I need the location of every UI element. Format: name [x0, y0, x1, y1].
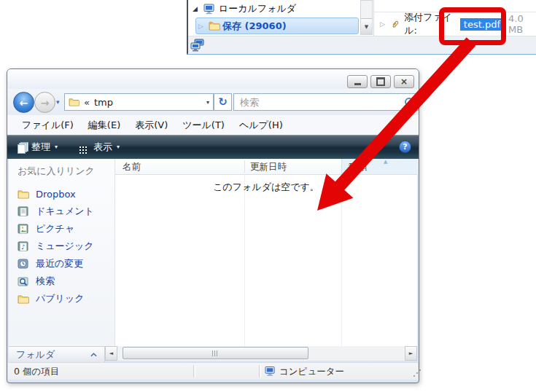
sidebar-item-label: パブリック: [36, 292, 85, 305]
history-dropdown-icon[interactable]: ▾: [56, 98, 60, 106]
horizontal-scrollbar[interactable]: ◄ ►: [105, 346, 417, 361]
file-list-body[interactable]: このフォルダは空です。: [115, 175, 417, 346]
restore-button[interactable]: [370, 75, 391, 88]
column-separator[interactable]: [244, 160, 245, 173]
sort-ascending-icon: ▲: [384, 159, 387, 165]
chevron-up-icon: [90, 353, 97, 357]
column-gridline: [244, 175, 245, 346]
address-dropdown-icon[interactable]: ▾: [206, 99, 209, 106]
search-input[interactable]: [238, 96, 405, 109]
annotation-highlight-box: [439, 7, 506, 45]
forward-arrow-icon: →: [41, 97, 50, 109]
sidebar-item-label: 最近の変更: [36, 257, 83, 270]
views-button[interactable]: 表示 ▾: [74, 138, 124, 156]
network-computers-icon: [190, 39, 205, 52]
organize-dropdown-icon: ▾: [55, 144, 58, 150]
music-icon: ♪: [18, 241, 29, 252]
sidebar-item-pictures[interactable]: ピクチャ: [9, 220, 115, 238]
column-header-name[interactable]: 名前: [123, 161, 141, 173]
music-note-glyph: ♪: [21, 243, 26, 251]
item-count: 0 個の項目: [14, 366, 59, 378]
organize-label: 整理: [31, 141, 50, 154]
navigation-pane: お気に入りリンク Dropbox: [9, 159, 115, 346]
empty-folder-message: このフォルダは空です。: [115, 181, 417, 194]
sidebar-item-label: ミュージック: [36, 240, 94, 253]
minimize-button[interactable]: [347, 75, 368, 88]
scroll-down-button[interactable]: ▼: [361, 18, 372, 34]
sidebar-item-public[interactable]: パブリック: [9, 290, 115, 307]
menu-edit[interactable]: 編集(E): [82, 119, 126, 132]
column-header-date-modified[interactable]: 更新日時: [250, 161, 287, 173]
menu-bar: ファイル(F) 編集(E) 表示(V) ツール(T) ヘルプ(H): [7, 115, 419, 135]
file-list: 名前 更新日時 種類 ▲ このフォルダは空です。: [115, 159, 417, 346]
sidebar-item-documents[interactable]: ドキュメント: [9, 203, 115, 220]
scroll-right-button[interactable]: ►: [405, 346, 417, 361]
screenshot-canvas: ◢ ローカルフォルダ ▷ 保存 (29060) ▼: [0, 0, 536, 392]
folder-icon: [69, 98, 79, 106]
sidebar-item-label: 検索: [36, 275, 55, 288]
paperclip-icon: [391, 19, 400, 30]
menu-help[interactable]: ヘルプ(H): [233, 119, 289, 132]
computer-icon: [265, 366, 276, 377]
folder-icon: [18, 294, 29, 304]
title-bar[interactable]: ×: [7, 69, 419, 89]
tree-expanded-icon[interactable]: ◢: [193, 5, 200, 12]
sidebar-item-dropbox[interactable]: Dropbox: [9, 185, 115, 203]
tree-item-saved-selected[interactable]: ▷ 保存 (29060): [195, 17, 359, 34]
views-icon: [79, 146, 81, 148]
favorite-links-header: お気に入りリンク: [18, 165, 95, 178]
search-folder-icon: [18, 276, 29, 287]
scroll-left-icon: ◄: [109, 350, 113, 356]
scrollbar-thumb[interactable]: [123, 347, 308, 359]
tree-vertical-scrollbar[interactable]: ▼: [360, 0, 373, 35]
window-controls: ×: [347, 75, 414, 88]
minimize-icon: [354, 83, 361, 85]
folder-icon: [18, 189, 29, 199]
status-divider: [259, 365, 261, 377]
saved-folder-label: 保存 (29060): [222, 20, 287, 33]
attachment-size: 4.0 MB: [508, 13, 536, 35]
tree-item-local-folders[interactable]: ◢ ローカルフォルダ: [193, 1, 296, 16]
sidebar-item-label: Dropbox: [36, 189, 76, 200]
scroll-down-icon: ▼: [365, 24, 368, 30]
folder-new-icon: [209, 21, 220, 31]
sidebar-item-searches[interactable]: 検索: [9, 273, 115, 290]
breadcrumb-path[interactable]: tmp: [94, 97, 113, 108]
sidebar-item-label: ドキュメント: [36, 205, 94, 218]
close-button[interactable]: ×: [394, 75, 414, 88]
menu-view[interactable]: 表示(V): [129, 119, 174, 132]
refresh-button[interactable]: ↻: [214, 93, 232, 111]
attachment-expander-icon[interactable]: ▷: [380, 20, 387, 28]
sidebar-item-recent-changes[interactable]: 最近の変更: [9, 255, 115, 273]
command-toolbar: 整理 ▾ 表示 ▾ ?: [7, 135, 419, 159]
refresh-icon: ↻: [218, 95, 228, 109]
back-arrow-icon: ←: [20, 97, 28, 109]
organize-icon: [18, 142, 27, 152]
back-button[interactable]: ←: [13, 92, 34, 113]
favorite-links-list: Dropbox ドキュメント: [9, 185, 115, 307]
breadcrumb-prefix[interactable]: «: [84, 97, 90, 108]
address-bar[interactable]: « tmp ▾: [64, 93, 214, 111]
scrollbar-grip: [212, 350, 219, 356]
sidebar-item-music[interactable]: ♪ ミュージック: [9, 238, 115, 255]
menu-tools[interactable]: ツール(T): [176, 119, 230, 132]
scroll-left-button[interactable]: ◄: [105, 346, 117, 361]
forward-button[interactable]: →: [34, 92, 55, 113]
views-label: 表示: [93, 141, 112, 154]
help-button[interactable]: ?: [399, 141, 411, 153]
folders-expander-bar[interactable]: フォルダ: [9, 346, 105, 362]
menu-file[interactable]: ファイル(F): [16, 119, 79, 132]
close-icon: ×: [400, 77, 408, 86]
tree-collapsed-icon[interactable]: ▷: [198, 23, 206, 30]
scroll-right-icon: ►: [409, 350, 413, 356]
search-box[interactable]: [233, 93, 419, 111]
column-gridline: [341, 175, 342, 346]
column-header-type[interactable]: 種類: [349, 161, 367, 173]
search-icon[interactable]: [405, 98, 413, 106]
restore-icon: [376, 77, 385, 86]
local-folders-label: ローカルフォルダ: [219, 2, 296, 15]
location-label: コンピューター: [279, 366, 344, 378]
resize-grip[interactable]: [413, 375, 415, 377]
organize-button[interactable]: 整理 ▾: [13, 138, 62, 156]
navigation-bar: ← → ▾ « tmp ▾ ↻: [7, 89, 419, 115]
